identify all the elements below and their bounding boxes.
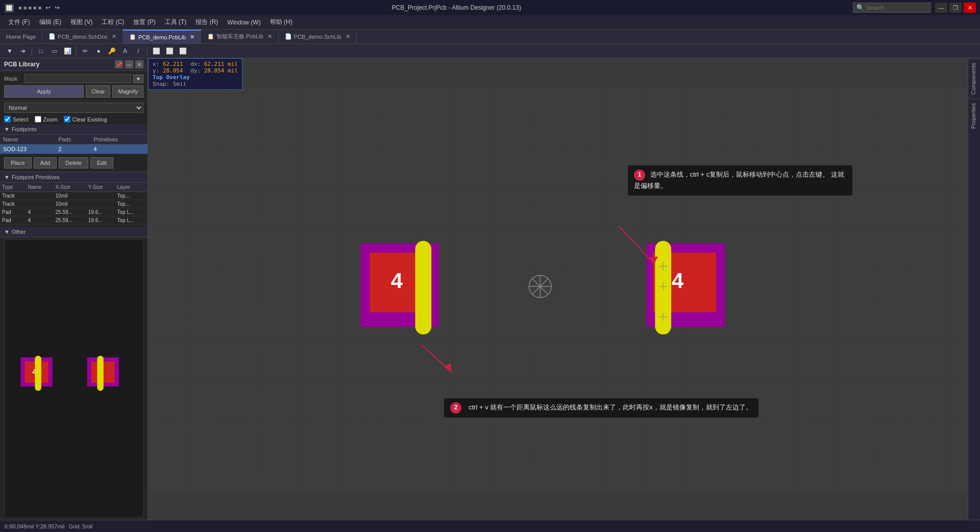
search-icon: 🔍 xyxy=(856,4,864,11)
zoom-checkbox-label[interactable]: Zoom xyxy=(35,116,58,123)
panel-minimize-btn[interactable]: — xyxy=(125,60,133,68)
footprint-row-0[interactable]: SOD-123 2 4 xyxy=(0,144,148,154)
menu-help[interactable]: 帮助 (H) xyxy=(266,16,297,28)
toolbar-rect5-btn[interactable]: ⬜ xyxy=(177,45,188,57)
svg-rect-8 xyxy=(97,356,104,391)
mask-input[interactable] xyxy=(24,74,131,83)
overlay-label: Top Overlay xyxy=(153,74,238,81)
toolbar-rect-btn[interactable]: □ xyxy=(35,45,46,57)
panel-pin-btn[interactable]: 📌 xyxy=(115,60,123,68)
normal-select[interactable]: Normal xyxy=(4,103,143,113)
tab-schlib[interactable]: 📄 PCB_demo.SchLib ✕ xyxy=(279,30,357,43)
select-checkbox[interactable] xyxy=(4,116,11,123)
minimize-button[interactable]: — xyxy=(935,3,947,13)
toolbar-circle-btn[interactable]: ● xyxy=(93,45,104,57)
panel-close-btn[interactable]: ✕ xyxy=(135,60,143,68)
tab-smart-car[interactable]: 📋 智能车主板.PcbLib ✕ xyxy=(201,30,279,43)
prim-name-cell xyxy=(26,200,54,208)
apply-button[interactable]: Apply xyxy=(4,85,84,98)
menu-reports[interactable]: 报告 (R) xyxy=(191,16,222,28)
menu-place[interactable]: 放置 (P) xyxy=(129,16,159,28)
right-tab-properties[interactable]: Properties xyxy=(968,99,980,133)
prim-type-cell: Track xyxy=(0,192,26,200)
zoom-checkbox[interactable] xyxy=(35,116,41,123)
tab-smart-car-close[interactable]: ✕ xyxy=(267,33,272,40)
menu-file[interactable]: 文件 (F) xyxy=(4,16,34,28)
primitive-row-0[interactable]: Track 10mil Top... xyxy=(0,192,148,200)
clear-existing-checkbox[interactable] xyxy=(64,116,70,123)
undo-icon[interactable]: ↩ xyxy=(45,4,51,11)
primitives-section-title: ▼ Footprint Primitives xyxy=(0,172,148,183)
tab-schlib-close[interactable]: ✕ xyxy=(346,33,350,40)
footprints-section-title: ▼ Footprints xyxy=(0,124,148,135)
other-collapse-icon[interactable]: ▼ xyxy=(4,229,10,235)
menubar: 文件 (F) 编辑 (E) 视图 (V) 工程 (C) 放置 (P) 工具 (T… xyxy=(0,15,980,30)
prim-ysize-cell: 19.6... xyxy=(86,208,115,216)
main-svg-canvas[interactable]: 4 4 xyxy=(148,58,968,520)
redo-icon[interactable]: ↪ xyxy=(55,4,60,11)
toolbar-chart-btn[interactable]: 📊 xyxy=(62,45,73,57)
primitive-row-1[interactable]: Track 10mil Top... xyxy=(0,200,148,208)
prim-xsize-cell: 10mil xyxy=(54,200,86,208)
maximize-button[interactable]: ❐ xyxy=(949,3,962,13)
clear-existing-label: Clear Existing xyxy=(72,116,107,123)
toolbar-arrow-btn[interactable]: ➜ xyxy=(17,45,29,57)
primitive-row-2[interactable]: Pad 4 25.59... 19.6... Top L... xyxy=(0,208,148,216)
prim-type-cell: Track xyxy=(0,200,26,208)
prim-col-name: Name xyxy=(26,183,54,192)
right-tab-components[interactable]: Components xyxy=(968,58,980,99)
tab-smart-car-icon: 📋 xyxy=(207,33,214,40)
tab-schdoc[interactable]: 📄 PCB_demo.SchDoc ✕ xyxy=(42,30,123,43)
primitive-row-3[interactable]: Pad 4 25.59... 19.6... Top L... xyxy=(0,216,148,225)
zoom-label: Zoom xyxy=(43,116,58,123)
toolbar-text-btn[interactable]: A xyxy=(119,45,131,57)
app-icon: 🔲 xyxy=(4,3,14,13)
toolbar-pencil-btn[interactable]: ✏ xyxy=(80,45,91,57)
edit-button[interactable]: Edit xyxy=(90,157,113,168)
delete-button[interactable]: Delete xyxy=(59,157,88,168)
toolbar-key-btn[interactable]: 🔑 xyxy=(106,45,117,57)
place-button[interactable]: Place xyxy=(4,157,32,168)
tab-pcblib-label: PCB_demo.PcbLib xyxy=(138,34,186,40)
toolbar-sep3 xyxy=(147,46,148,56)
mask-dropdown-icon[interactable]: ▼ xyxy=(133,75,143,83)
primitives-table-header: Type Name X-Size Y-Size Layer xyxy=(0,183,148,192)
mask-label: Mask xyxy=(4,76,22,82)
tabbar: Home Page 📄 PCB_demo.SchDoc ✕ 📋 PCB_demo… xyxy=(0,30,980,44)
close-button[interactable]: ✕ xyxy=(964,3,976,13)
toolbar-rect4-btn[interactable]: ⬜ xyxy=(164,45,175,57)
tab-schdoc-close[interactable]: ✕ xyxy=(112,33,116,40)
search-input[interactable] xyxy=(866,5,927,11)
toolbar-line-btn[interactable]: / xyxy=(133,45,144,57)
search-box[interactable]: 🔍 xyxy=(853,3,931,13)
toolbar-rect2-btn[interactable]: ▭ xyxy=(48,45,60,57)
primitives-table: Type Name X-Size Y-Size Layer Track 10mi… xyxy=(0,183,148,225)
footprints-collapse-icon[interactable]: ▼ xyxy=(4,126,10,132)
snap-label: Snap: 5mil xyxy=(153,81,238,87)
menu-view[interactable]: 视图 (V) xyxy=(66,16,96,28)
select-checkbox-label[interactable]: Select xyxy=(4,116,29,123)
clear-existing-checkbox-label[interactable]: Clear Existing xyxy=(64,116,107,123)
canvas-area[interactable]: x: 62.211 dx: 62.211 mil y: 28.054 dy: 2… xyxy=(148,58,968,520)
toolbar-filter-btn[interactable]: ▼ xyxy=(4,45,15,57)
prim-name-cell: 4 xyxy=(26,216,54,225)
menu-edit[interactable]: 编辑 (E) xyxy=(35,16,65,28)
toolbar-sep2 xyxy=(76,46,77,56)
col-name: Name xyxy=(0,135,55,144)
menu-window[interactable]: Window (W) xyxy=(223,17,264,28)
menu-project[interactable]: 工程 (C) xyxy=(97,16,128,28)
tab-pcblib-close[interactable]: ✕ xyxy=(190,34,194,40)
toolbar-rect3-btn[interactable]: ⬜ xyxy=(151,45,162,57)
other-title: Other xyxy=(12,229,26,235)
coord-tooltip: x: 62.211 dx: 62.211 mil y: 28.054 dy: 2… xyxy=(148,58,242,90)
add-button[interactable]: Add xyxy=(34,157,57,168)
magnify-button[interactable]: Magnify xyxy=(112,85,143,98)
tab-pcblib[interactable]: 📋 PCB_demo.PcbLib ✕ xyxy=(123,30,201,43)
footprints-title: Footprints xyxy=(12,126,37,132)
clear-button[interactable]: Clear xyxy=(86,85,110,98)
tab-homepage[interactable]: Home Page xyxy=(0,30,42,43)
primitives-collapse-icon[interactable]: ▼ xyxy=(4,174,10,180)
tab-pcblib-icon: 📋 xyxy=(129,34,136,40)
menu-tools[interactable]: 工具 (T) xyxy=(161,16,191,28)
status-grid: Grid: 5mil xyxy=(68,523,92,529)
